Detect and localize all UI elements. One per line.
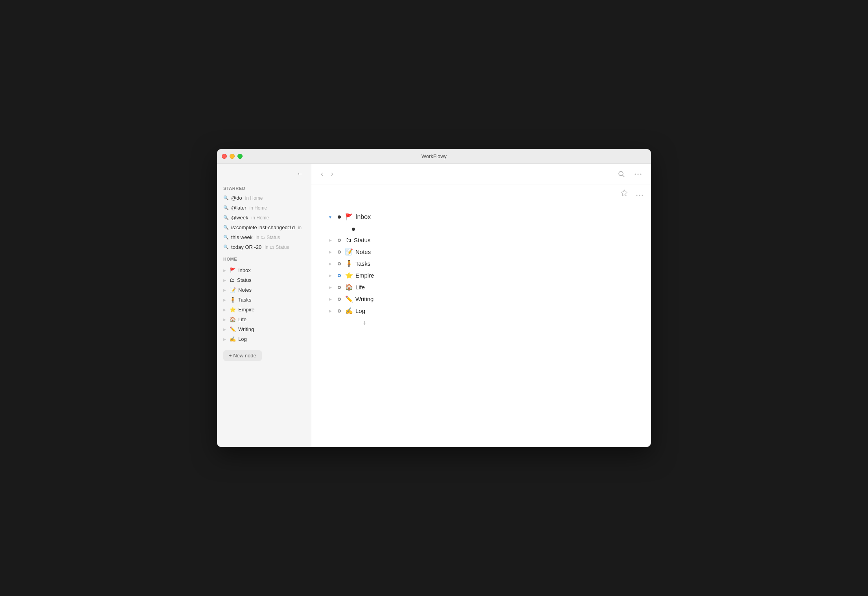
empire-expand-button[interactable]: ▶ <box>327 271 333 280</box>
new-node-button[interactable]: + New node <box>223 350 262 361</box>
empire-emoji: ⭐ <box>230 307 236 313</box>
writing-expand-button[interactable]: ▶ <box>327 295 333 304</box>
home-item-status[interactable]: ▶ 🗂 Status <box>217 275 311 285</box>
content-area: ▼ 🚩 Inbox <box>311 204 651 447</box>
starred-item-later[interactable]: 🔍 @later in Home <box>217 203 311 213</box>
life-expand-button[interactable]: ▶ <box>327 283 333 292</box>
log-bullet-button[interactable] <box>335 307 344 315</box>
svg-point-5 <box>636 195 638 196</box>
inbox-node-row: ▼ 🚩 Inbox <box>327 212 635 223</box>
home-item-empire[interactable]: ▶ ⭐ Empire <box>217 305 311 315</box>
home-item-writing[interactable]: ▶ ✏️ Writing <box>217 324 311 334</box>
inbox-expand-button[interactable]: ▼ <box>327 212 333 223</box>
home-item-inbox[interactable]: ▶ 🚩 Inbox <box>217 265 311 275</box>
inbox-node-container: ▼ 🚩 Inbox <box>327 212 635 234</box>
home-item-log-label: Log <box>238 336 247 342</box>
toolbar-left: ‹ › <box>318 167 337 180</box>
inbox-emoji: 🚩 <box>345 213 353 221</box>
search-icon-this-week: 🔍 <box>223 235 229 240</box>
starred-item-week-suffix: in Home <box>252 215 269 221</box>
starred-item-do-text: @do <box>231 195 242 201</box>
add-item-row: + <box>348 318 635 328</box>
notes-expand-button[interactable]: ▶ <box>327 248 333 256</box>
notes-node-row: ▶ 📝 Notes <box>327 246 635 258</box>
inbox-bullet[interactable] <box>335 212 344 223</box>
status-expand-button[interactable]: ▶ <box>327 236 333 245</box>
status-node-emoji: 🗂 <box>345 235 351 245</box>
empire-node-row: ▶ ⭐ Empire <box>327 270 635 281</box>
search-icon <box>618 171 625 178</box>
window-title: WorkFlowy <box>421 153 447 159</box>
starred-item-this-week[interactable]: 🔍 this week in 🗂 Status <box>217 232 311 242</box>
log-bullet-dot <box>338 309 341 313</box>
more-options-button[interactable] <box>631 171 645 177</box>
empire-bullet-button[interactable] <box>335 271 344 280</box>
chevron-icon-notes: ▶ <box>223 288 227 292</box>
content-toolbar <box>311 184 651 204</box>
writing-label: ✏️ Writing <box>345 294 373 304</box>
log-expand-button[interactable]: ▶ <box>327 307 333 315</box>
svg-point-7 <box>642 195 643 196</box>
minimize-button[interactable] <box>230 154 235 159</box>
status-bullet-button[interactable] <box>335 236 344 245</box>
starred-item-today-suffix: in 🗂 Status <box>265 245 289 250</box>
starred-item-complete-suffix: in <box>298 225 302 230</box>
writing-bullet-button[interactable] <box>335 295 344 304</box>
starred-item-complete[interactable]: 🔍 is:complete last-changed:1d in <box>217 223 311 232</box>
empty-child-row: ▶ <box>341 223 635 234</box>
add-item-button[interactable]: + <box>362 318 368 328</box>
log-label: ✍️ Log <box>345 306 365 316</box>
starred-item-today[interactable]: 🔍 today OR -20 in 🗂 Status <box>217 242 311 252</box>
child-nodes: ▶ <box>341 223 635 234</box>
starred-item-do[interactable]: 🔍 @do in Home <box>217 193 311 203</box>
tasks-node-row: ▶ 🧍 Tasks <box>327 258 635 270</box>
log-text: Log <box>355 307 365 316</box>
log-emoji: ✍️ <box>230 336 236 342</box>
home-item-life[interactable]: ▶ 🏠 Life <box>217 315 311 324</box>
search-icon-complete: 🔍 <box>223 225 229 230</box>
log-node-row: ▶ ✍️ Log <box>327 305 635 317</box>
starred-item-week[interactable]: 🔍 @week in Home <box>217 213 311 223</box>
notes-emoji: 📝 <box>230 287 236 293</box>
home-item-tasks[interactable]: ▶ 🧍 Tasks <box>217 295 311 305</box>
chevron-icon-empire: ▶ <box>223 308 227 312</box>
search-button[interactable] <box>615 168 628 180</box>
starred-item-week-text: @week <box>231 215 248 221</box>
tasks-expand-button[interactable]: ▶ <box>327 259 333 268</box>
close-button[interactable] <box>222 154 227 159</box>
life-label: 🏠 Life <box>345 282 365 292</box>
status-label: 🗂 Status <box>345 235 371 245</box>
life-node-emoji: 🏠 <box>345 283 353 292</box>
star-icon <box>620 189 628 197</box>
tasks-node-emoji: 🧍 <box>345 259 353 269</box>
sidebar-back-button[interactable]: ← <box>295 169 305 179</box>
back-button[interactable]: ‹ <box>318 167 326 180</box>
writing-text: Writing <box>355 295 373 304</box>
search-icon-later: 🔍 <box>223 205 229 210</box>
chevron-icon-life: ▶ <box>223 318 227 322</box>
life-bullet-button[interactable] <box>335 283 344 292</box>
tasks-bullet-button[interactable] <box>335 259 344 268</box>
home-item-tasks-label: Tasks <box>238 297 251 303</box>
main-panel: ‹ › <box>311 164 651 447</box>
inbox-emoji: 🚩 <box>230 267 236 273</box>
empire-node-emoji: ⭐ <box>345 271 353 280</box>
chevron-icon-tasks: ▶ <box>223 298 227 302</box>
home-item-log[interactable]: ▶ ✍️ Log <box>217 334 311 344</box>
chevron-icon-status: ▶ <box>223 278 227 282</box>
starred-item-today-text: today OR -20 <box>231 244 261 250</box>
forward-button[interactable]: › <box>328 167 337 180</box>
notes-bullet-button[interactable] <box>335 248 344 256</box>
empty-bullet-dot <box>352 228 355 231</box>
notes-bullet-dot <box>338 250 341 254</box>
writing-emoji: ✏️ <box>230 326 236 332</box>
traffic-lights <box>222 154 243 159</box>
home-item-notes[interactable]: ▶ 📝 Notes <box>217 285 311 295</box>
tasks-bullet-dot <box>338 262 341 265</box>
maximize-button[interactable] <box>237 154 243 159</box>
status-text: Status <box>354 236 371 245</box>
empty-bullet-button[interactable] <box>349 225 358 234</box>
toolbar-right <box>615 168 645 180</box>
star-button[interactable] <box>619 188 630 201</box>
more-content-button[interactable] <box>634 188 645 200</box>
